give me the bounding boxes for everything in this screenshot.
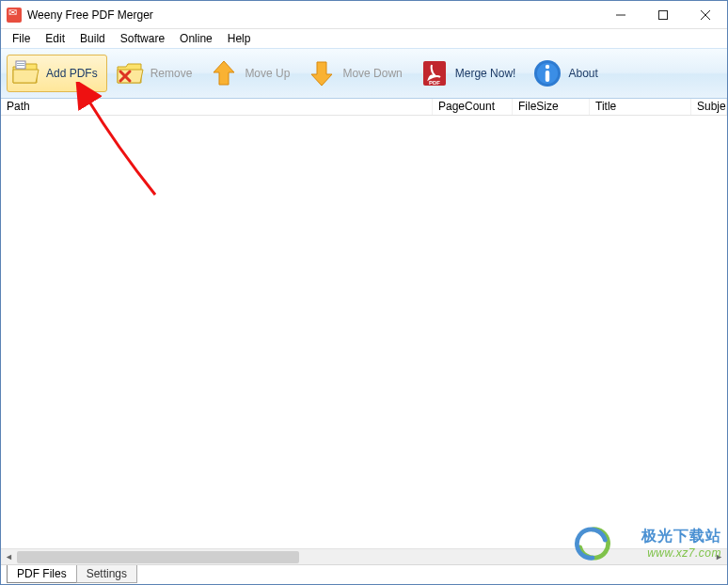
svg-rect-14 [546, 71, 549, 82]
tool-label: Merge Now! [455, 67, 516, 80]
arrow-up-icon [209, 58, 239, 88]
scroll-thumb[interactable] [17, 551, 299, 563]
bottom-tabs: PDF Files Settings [1, 564, 727, 584]
info-icon [532, 58, 562, 88]
minimize-button[interactable] [599, 1, 641, 28]
tool-label: Remove [150, 67, 193, 80]
window-controls [599, 1, 726, 28]
horizontal-scrollbar[interactable]: ◄ ► [1, 548, 727, 564]
tool-label: Move Up [245, 67, 290, 80]
tool-label: About [568, 67, 597, 80]
scroll-track[interactable] [17, 549, 711, 564]
app-icon [7, 8, 22, 23]
close-button[interactable] [684, 1, 726, 28]
scroll-left-button[interactable]: ◄ [1, 549, 17, 565]
svg-text:PDF: PDF [429, 80, 440, 86]
tab-pdf-files[interactable]: PDF Files [7, 565, 77, 583]
svg-point-13 [546, 65, 549, 69]
svg-rect-1 [658, 10, 667, 19]
add-pdfs-button[interactable]: Add PDFs [7, 55, 107, 92]
remove-button[interactable]: Remove [111, 55, 202, 92]
tool-label: Add PDFs [46, 67, 98, 80]
titlebar: Weeny Free PDF Merger [1, 1, 727, 29]
file-list[interactable] [1, 116, 727, 548]
svg-rect-6 [17, 65, 24, 66]
toolbar: Add PDFs Remove Move Up Move Down PDF Me… [1, 48, 727, 99]
svg-rect-5 [17, 63, 24, 64]
menu-edit[interactable]: Edit [38, 30, 72, 47]
move-up-button[interactable]: Move Up [205, 55, 299, 92]
column-title[interactable]: Title [590, 99, 691, 115]
menu-file[interactable]: File [5, 30, 38, 47]
merge-now-button[interactable]: PDF Merge Now! [416, 55, 526, 92]
column-path[interactable]: Path [1, 99, 433, 115]
column-pagecount[interactable]: PageCount [433, 99, 513, 115]
arrow-down-icon [307, 58, 337, 88]
app-window: Weeny Free PDF Merger File Edit Build So… [0, 0, 728, 585]
move-down-button[interactable]: Move Down [303, 55, 411, 92]
folder-delete-icon [115, 58, 145, 88]
menu-software[interactable]: Software [113, 30, 172, 47]
list-header: Path PageCount FileSize Title Subje [1, 99, 727, 116]
maximize-button[interactable] [641, 1, 684, 28]
tab-settings[interactable]: Settings [76, 565, 137, 583]
window-title: Weeny Free PDF Merger [27, 8, 153, 22]
scroll-right-button[interactable]: ► [711, 549, 727, 565]
menubar: File Edit Build Software Online Help [1, 29, 727, 48]
folder-add-icon [10, 58, 40, 88]
tool-label: Move Down [342, 67, 402, 80]
menu-online[interactable]: Online [172, 30, 220, 47]
pdf-icon: PDF [419, 58, 450, 88]
menu-help[interactable]: Help [220, 30, 259, 47]
about-button[interactable]: About [529, 55, 607, 92]
menu-build[interactable]: Build [72, 30, 113, 47]
column-subject[interactable]: Subje [691, 99, 727, 115]
column-filesize[interactable]: FileSize [513, 99, 590, 115]
